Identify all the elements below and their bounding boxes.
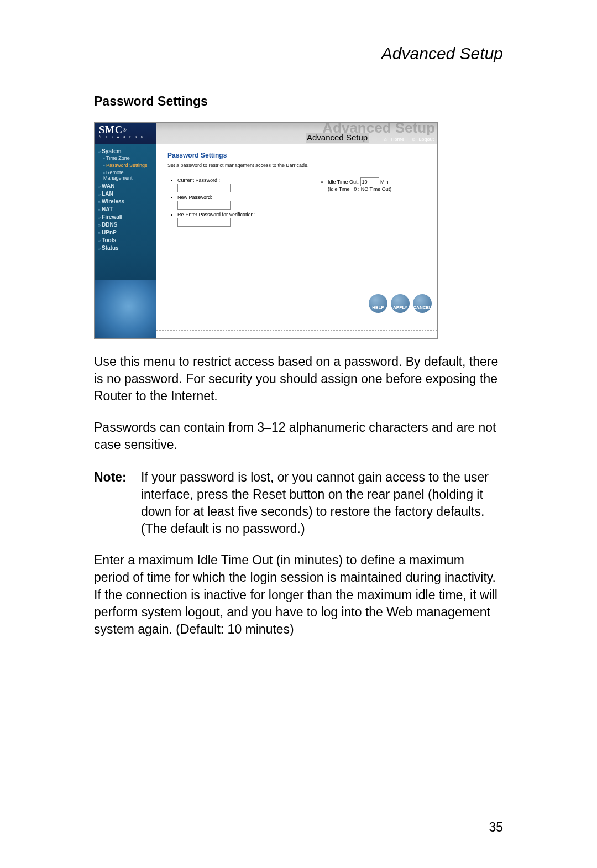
router-footer-edge [156, 330, 437, 338]
new-password-label: New Password: [177, 195, 212, 200]
paragraph-2: Passwords can contain from 3–12 alphanum… [94, 419, 503, 453]
router-screenshot: SMC® N e t w o r k s Advanced Setup Adva… [94, 122, 438, 339]
document-body: Use this menu to restrict access based o… [94, 353, 503, 638]
note-body: If your password is lost, or you cannot … [141, 469, 503, 537]
sidebar-item-tools[interactable]: Tools [98, 237, 153, 244]
brand-text: SMC [99, 124, 123, 135]
logout-icon: ⎋ [412, 137, 415, 143]
idle-timeout-hint: (Idle Time =0 : NO Time Out) [328, 186, 391, 192]
reenter-password-label: Re-Enter Password for Verification: [177, 212, 255, 217]
help-button[interactable]: HELP [369, 294, 387, 313]
sidebar-item-lan[interactable]: LAN [98, 191, 153, 197]
sidebar-item-wan[interactable]: WAN [98, 183, 153, 190]
sidebar-item-time-zone[interactable]: Time Zone [103, 155, 153, 162]
sidebar-item-nat[interactable]: NAT [98, 206, 153, 213]
page-header: Advanced Setup [94, 44, 503, 63]
sidebar-item-remote-management[interactable]: Remote Management [103, 169, 153, 182]
sidebar-artwork [95, 280, 156, 338]
sidebar-item-status[interactable]: Status [98, 245, 153, 252]
current-password-input[interactable] [177, 184, 231, 192]
note-block: Note: If your password is lost, or you c… [94, 469, 503, 537]
router-logo: SMC® N e t w o r k s [95, 123, 156, 144]
current-password-label: Current Password : [177, 177, 220, 183]
sidebar-item-firewall[interactable]: Firewall [98, 214, 153, 221]
router-main: Password Settings Set a password to rest… [156, 144, 437, 338]
sidebar-item-upnp[interactable]: UPnP [98, 229, 153, 236]
logout-link[interactable]: ⎋Logout [409, 137, 434, 142]
brand-subtext: N e t w o r k s [99, 135, 152, 139]
paragraph-1: Use this menu to restrict access based o… [94, 353, 503, 405]
reenter-password-input[interactable] [177, 218, 231, 227]
router-sidebar: System Time Zone Password Settings Remot… [95, 144, 156, 338]
apply-button[interactable]: APPLY [391, 294, 410, 313]
router-content-title: Password Settings [167, 151, 428, 159]
router-content-desc: Set a password to restrict management ac… [167, 163, 428, 169]
cancel-button[interactable]: CANCEL [413, 294, 432, 313]
page-number: 35 [489, 820, 503, 835]
idle-timeout-input[interactable] [360, 177, 379, 186]
router-banner: Advanced Setup Advanced Setup ⌂Home ⎋Log… [156, 123, 437, 144]
sidebar-item-password-settings[interactable]: Password Settings [103, 162, 153, 169]
idle-timeout-label: Idle Time Out: [328, 179, 359, 185]
note-label: Note: [94, 469, 141, 537]
home-icon: ⌂ [384, 137, 387, 143]
paragraph-3: Enter a maximum Idle Time Out (in minute… [94, 552, 503, 637]
banner-title: Advanced Setup [306, 133, 369, 143]
sidebar-item-ddns[interactable]: DDNS [98, 222, 153, 228]
new-password-input[interactable] [177, 201, 231, 210]
sidebar-item-system[interactable]: System [98, 148, 153, 155]
home-link[interactable]: ⌂Home [381, 137, 404, 142]
section-title: Password Settings [94, 94, 503, 109]
idle-timeout-unit: Min [380, 179, 389, 185]
sidebar-item-wireless[interactable]: Wireless [98, 198, 153, 205]
